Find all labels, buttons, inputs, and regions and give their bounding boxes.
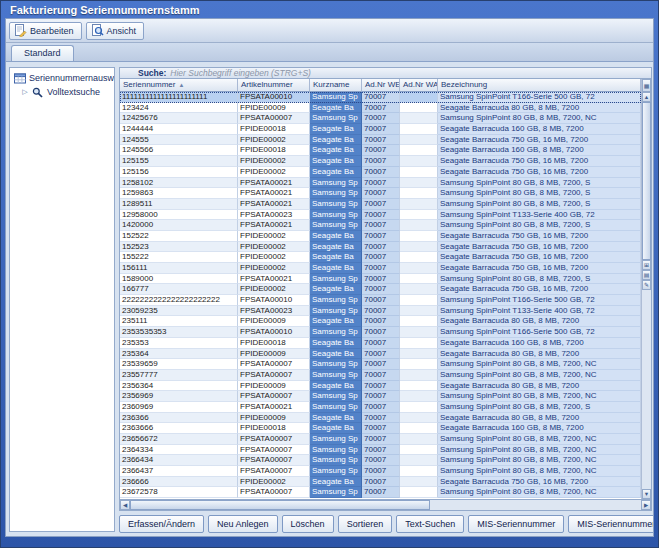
table-row[interactable]: 235111FPIDE00009Seagate Ba70007Seagate B…	[120, 316, 641, 327]
table-row[interactable]: 123424FPIDE00009Seagate Ba70007Seagate B…	[120, 103, 641, 114]
expand-arrow-icon[interactable]: ▷	[21, 88, 29, 96]
grid-quick-button-1[interactable]: ⊞	[642, 260, 651, 270]
tree-item-seriennummernauswahl[interactable]: Seriennummernauswahl	[10, 71, 114, 85]
table-row[interactable]: 166777FPIDE00002Seagate Ba70007Seagate B…	[120, 284, 641, 295]
horizontal-scrollbar-thumb[interactable]	[130, 500, 430, 510]
table-row[interactable]: 236366FPIDE00009Seagate Ba70007Seagate B…	[120, 413, 641, 424]
table-cell: 1420000	[120, 220, 238, 231]
column-chooser-icon[interactable]: ▦	[642, 79, 651, 92]
table-row[interactable]: 1245566FPIDE00018Seagate Ba70007Seagate …	[120, 145, 641, 156]
table-cell: 235364	[120, 349, 238, 360]
table-row[interactable]: 12958000FPSATA00023Samsung Sp70007Samsun…	[120, 210, 641, 221]
table-cell	[400, 434, 438, 445]
table-row[interactable]: 125155FPIDE00002Seagate Ba70007Seagate B…	[120, 156, 641, 167]
table-cell	[400, 242, 438, 253]
table-cell: 70007	[362, 242, 400, 253]
toolbar-button-label: Bearbeiten	[30, 26, 74, 36]
table-row[interactable]: 23656672FPSATA00007Samsung Sp70007Samsun…	[120, 434, 641, 445]
table-row[interactable]: 1289511FPSATA00021Samsung Sp70007Samsung…	[120, 199, 641, 210]
table-cell	[400, 327, 438, 338]
table-row[interactable]: 12425676FPSATA00007Samsung Sp70007Samsun…	[120, 113, 641, 124]
table-row[interactable]: 23539659FPSATA00007Samsung Sp70007Samsun…	[120, 359, 641, 370]
table-cell: Seagate Barracuda 160 GB, 8 MB, 7200	[438, 124, 641, 135]
table-row[interactable]: 2360969FPSATA00021Samsung Sp70007Samsung…	[120, 402, 641, 413]
grid-main: Seriennummer▲ArtikelnummerKurznameAd.Nr …	[120, 79, 641, 499]
content-area: Seriennummernauswahl▷Volltextsuche Suche…	[6, 62, 653, 536]
mis-seriennummernbewegungen-button[interactable]: MIS-Seriennummernbewegungen	[568, 515, 653, 533]
table-row[interactable]: 2353535353FPSATA00010Samsung Sp70007Sams…	[120, 327, 641, 338]
tree-item-label: Seriennummernauswahl	[29, 73, 115, 83]
table-row[interactable]: 152522FPIDE00002Seagate Ba70007Seagate B…	[120, 231, 641, 242]
table-row[interactable]: 1244444FPIDE00018Seagate Ba70007Seagate …	[120, 124, 641, 135]
table-cell: 236666	[120, 477, 238, 488]
table-cell: 2360969	[120, 402, 238, 413]
column-header-artikelnummer[interactable]: Artikelnummer	[238, 79, 310, 92]
column-header-kurzname[interactable]: Kurzname	[310, 79, 362, 92]
table-row[interactable]: 2364334FPSATA00007Samsung Sp70007Samsung…	[120, 445, 641, 456]
table-cell: 125155	[120, 156, 238, 167]
table-row[interactable]: 152523FPIDE00002Seagate Ba70007Seagate B…	[120, 242, 641, 253]
table-row[interactable]: 2363666FPIDE00018Seagate Ba70007Seagate …	[120, 423, 641, 434]
table-row[interactable]: 156111FPIDE00002Seagate Ba70007Seagate B…	[120, 263, 641, 274]
table-cell: Seagate Barracuda 750 GB, 16 MB, 7200	[438, 156, 641, 167]
column-header-bezeichnung[interactable]: Bezeichnung	[438, 79, 641, 92]
table-cell: FPIDE00009	[238, 349, 310, 360]
table-row[interactable]: 155222FPIDE00002Seagate Ba70007Seagate B…	[120, 252, 641, 263]
table-cell: 23557777	[120, 370, 238, 381]
table-cell: 70007	[362, 327, 400, 338]
vertical-scrollbar-thumb[interactable]	[642, 102, 651, 260]
column-header-seriennummer[interactable]: Seriennummer▲	[120, 79, 238, 92]
table-row[interactable]: 2366434FPSATA00007Samsung Sp70007Samsung…	[120, 455, 641, 466]
table-row[interactable]: 124555FPIDE00002Seagate Ba70007Seagate B…	[120, 135, 641, 146]
horizontal-scrollbar[interactable]: ◀ ▶	[119, 500, 652, 511]
column-header-ad-nr-we[interactable]: Ad.Nr WE	[362, 79, 400, 92]
footer-buttons: Erfassen/ÄndernNeu AnlegenLöschenSortier…	[119, 515, 649, 533]
table-row[interactable]: 1589000FPSATA00021Samsung Sp70007Samsung…	[120, 274, 641, 285]
table-cell: FPIDE00002	[238, 252, 310, 263]
table-row[interactable]: 2356364FPIDE00009Seagate Ba70007Seagate …	[120, 381, 641, 392]
table-cell: 70007	[362, 391, 400, 402]
text-suchen-button[interactable]: Text-Suchen	[396, 515, 464, 533]
sortieren-button[interactable]: Sortieren	[338, 515, 393, 533]
table-row[interactable]: 1258102FPSATA00021Samsung Sp70007Samsung…	[120, 178, 641, 189]
grid-quick-button-3[interactable]: ✎	[642, 280, 651, 290]
table-row[interactable]: 2356969FPSATA00007Samsung Sp70007Samsung…	[120, 391, 641, 402]
table-cell: 1259863	[120, 188, 238, 199]
table-row[interactable]: 23672578FPSATA00007Samsung Sp70007Samsun…	[120, 487, 641, 498]
table-row[interactable]: 2222222222222222222222FPSATA00010Samsung…	[120, 295, 641, 306]
table-row[interactable]: 23557777FPSATA00007Samsung Sp70007Samsun…	[120, 370, 641, 381]
table-cell: Samsung SpinPoint 80 GB, 8 MB, 7200, S	[438, 220, 641, 231]
mis-seriennummer-button[interactable]: MIS-Seriennummer	[468, 515, 564, 533]
table-row[interactable]: 1259863FPSATA00021Samsung Sp70007Samsung…	[120, 188, 641, 199]
table-cell	[400, 263, 438, 274]
column-header-label: Ad.Nr WA	[403, 80, 438, 89]
loschen-button[interactable]: Löschen	[282, 515, 334, 533]
table-row[interactable]: 236666FPIDE00002Seagate Ba70007Seagate B…	[120, 477, 641, 488]
table-row[interactable]: 23059235FPSATA00023Samsung Sp70007Samsun…	[120, 306, 641, 317]
table-row[interactable]: 235353FPIDE00018Seagate Ba70007Seagate B…	[120, 338, 641, 349]
scroll-up-icon[interactable]: ▲	[642, 92, 651, 102]
vertical-scrollbar-track[interactable]	[642, 290, 651, 489]
grid-quick-button-2[interactable]: ▤	[642, 270, 651, 280]
scroll-left-icon[interactable]: ◀	[120, 500, 130, 510]
toolbar-button-ansicht[interactable]: Ansicht	[86, 22, 145, 40]
table-cell	[400, 188, 438, 199]
horizontal-scrollbar-track[interactable]	[130, 500, 641, 510]
table-cell: Samsung SpinPoint 80 GB, 8 MB, 7200, S	[438, 188, 641, 199]
neu-anlegen-button[interactable]: Neu Anlegen	[208, 515, 278, 533]
scroll-down-icon[interactable]: ▼	[642, 489, 651, 499]
table-row[interactable]: 125156FPIDE00002Seagate Ba70007Seagate B…	[120, 167, 641, 178]
erfassen-andern-button[interactable]: Erfassen/Ändern	[119, 515, 204, 533]
tree-item-volltextsuche[interactable]: ▷Volltextsuche	[10, 85, 114, 99]
table-cell: Seagate Barracuda 750 GB, 16 MB, 7200	[438, 242, 641, 253]
table-row[interactable]: 2366437FPSATA00007Samsung Sp70007Samsung…	[120, 466, 641, 477]
column-header-ad-nr-wa[interactable]: Ad.Nr WA	[400, 79, 438, 92]
toolbar-button-bearbeiten[interactable]: Bearbeiten	[9, 22, 82, 40]
table-row[interactable]: 1420000FPSATA00021Samsung Sp70007Samsung…	[120, 220, 641, 231]
table-row[interactable]: 1111111111111111111111FPSATA00010Samsung…	[120, 92, 641, 103]
search-bar[interactable]: Suche: Hier Suchbegriff eingeben (STRG+S…	[119, 67, 652, 79]
scroll-right-icon[interactable]: ▶	[641, 500, 651, 510]
tab-standard[interactable]: Standard	[11, 45, 74, 61]
vertical-scrollbar[interactable]: ▦ ▲ ⊞ ▤ ✎ ▼	[641, 79, 651, 499]
table-row[interactable]: 235364FPIDE00009Seagate Ba70007Seagate B…	[120, 349, 641, 360]
